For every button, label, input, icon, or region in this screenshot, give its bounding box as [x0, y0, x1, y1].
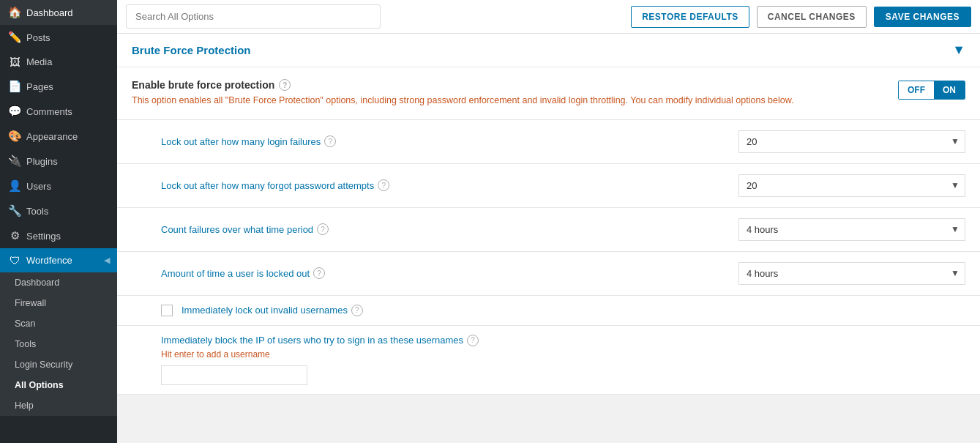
sidebar-item-label: Media: [26, 56, 52, 67]
option-label-lockout-time: Amount of time a user is locked out ?: [161, 267, 325, 279]
submenu-item-all-options[interactable]: All Options: [0, 375, 117, 395]
option-row-forgot-password: Lock out after how many forgot password …: [117, 164, 980, 208]
enable-text: Enable brute force protection ? This opt…: [132, 79, 883, 108]
username-input[interactable]: [161, 365, 307, 385]
sidebar-item-comments[interactable]: 💬 Comments: [0, 99, 117, 124]
sidebar-item-label: Settings: [26, 231, 61, 242]
wordfence-submenu: Dashboard Firewall Scan Tools Login Secu…: [0, 272, 117, 416]
select-wrapper-forgot-password: 20 ▼: [738, 174, 965, 197]
select-lockout-time[interactable]: 4 hours: [738, 262, 965, 285]
sidebar-item-label: Wordfence: [26, 255, 72, 266]
help-icon-count-period[interactable]: ?: [317, 223, 329, 235]
save-changes-button[interactable]: SAVE CHANGES: [874, 7, 971, 27]
submenu-item-tools[interactable]: Tools: [0, 334, 117, 354]
chevron-down-icon[interactable]: ▼: [952, 42, 965, 58]
sidebar-item-label: Tools: [26, 206, 48, 217]
section-title: Brute Force Protection: [132, 44, 251, 56]
restore-defaults-button[interactable]: RESTORE DEFAULTS: [631, 6, 749, 28]
option-label-login-failures: Lock out after how many login failures ?: [161, 135, 336, 147]
sidebar-item-plugins[interactable]: 🔌 Plugins: [0, 149, 117, 174]
submenu-item-login-security[interactable]: Login Security: [0, 354, 117, 375]
section-header: Brute Force Protection ▼: [117, 34, 980, 67]
option-row-login-failures: Lock out after how many login failures ?…: [117, 120, 980, 164]
help-icon-block-usernames[interactable]: ?: [467, 335, 479, 346]
pages-icon: 📄: [7, 80, 22, 93]
submenu-item-firewall[interactable]: Firewall: [0, 293, 117, 313]
select-count-period[interactable]: 4 hours: [738, 218, 965, 241]
topbar: RESTORE DEFAULTS CANCEL CHANGES SAVE CHA…: [117, 0, 980, 34]
username-row: Immediately block the IP of users who tr…: [117, 326, 980, 395]
plugins-icon: 🔌: [7, 155, 22, 168]
content-area: Brute Force Protection ▼ Enable brute fo…: [117, 34, 980, 443]
option-label-count-period: Count failures over what time period ?: [161, 223, 329, 235]
help-icon-login-failures[interactable]: ?: [324, 135, 336, 147]
dashboard-icon: 🏠: [7, 6, 22, 19]
users-icon: 👤: [7, 179, 22, 193]
checkbox-row-invalid-usernames: Immediately lock out invalid usernames ?: [117, 296, 980, 326]
tools-icon: 🔧: [7, 204, 22, 217]
sidebar-item-label: Posts: [26, 32, 51, 43]
cancel-changes-button[interactable]: CANCEL CHANGES: [757, 6, 867, 28]
help-icon-forgot-password[interactable]: ?: [378, 179, 389, 191]
sidebar-item-label: Appearance: [26, 131, 78, 142]
sidebar-item-users[interactable]: 👤 Users: [0, 174, 117, 198]
enable-label: Enable brute force protection ?: [132, 79, 883, 91]
settings-icon: ⚙: [7, 229, 22, 242]
submenu-item-dashboard[interactable]: Dashboard: [0, 272, 117, 293]
media-icon: 🖼: [7, 56, 22, 68]
submenu-item-scan[interactable]: Scan: [0, 313, 117, 334]
comments-icon: 💬: [7, 105, 22, 118]
enable-row: Enable brute force protection ? This opt…: [117, 67, 980, 120]
sidebar-item-wordfence[interactable]: 🛡 Wordfence ◀: [0, 248, 117, 272]
help-icon-invalid-usernames[interactable]: ?: [351, 305, 363, 316]
option-row-lockout-time: Amount of time a user is locked out ? 4 …: [117, 252, 980, 296]
select-login-failures[interactable]: 20: [738, 130, 965, 153]
toggle-group: OFF ON: [898, 81, 965, 100]
toggle-off-button[interactable]: OFF: [899, 81, 934, 99]
wordfence-icon: 🛡: [7, 254, 22, 267]
option-label-forgot-password: Lock out after how many forgot password …: [161, 179, 389, 191]
sidebar-item-settings[interactable]: ⚙ Settings: [0, 223, 117, 248]
option-row-count-period: Count failures over what time period ? 4…: [117, 208, 980, 252]
search-input[interactable]: [126, 4, 381, 29]
sidebar-item-posts[interactable]: ✏️ Posts: [0, 25, 117, 50]
sidebar-item-appearance[interactable]: 🎨 Appearance: [0, 124, 117, 149]
username-label: Immediately block the IP of users who tr…: [161, 335, 965, 346]
submenu-item-help[interactable]: Help: [0, 395, 117, 416]
sidebar-item-label: Plugins: [26, 156, 58, 167]
sidebar-item-dashboard[interactable]: 🏠 Dashboard: [0, 0, 117, 25]
username-hint: Hit enter to add a username: [161, 349, 965, 360]
select-wrapper-lockout-time: 4 hours ▼: [738, 262, 965, 285]
sidebar-item-pages[interactable]: 📄 Pages: [0, 74, 117, 99]
sidebar-item-label: Comments: [26, 106, 72, 117]
sidebar-item-tools[interactable]: 🔧 Tools: [0, 198, 117, 223]
sidebar: 🏠 Dashboard ✏️ Posts 🖼 Media 📄 Pages 💬 C…: [0, 0, 117, 443]
enable-help-icon[interactable]: ?: [279, 79, 291, 91]
sidebar-item-label: Users: [26, 181, 51, 192]
sidebar-item-label: Pages: [26, 81, 53, 92]
posts-icon: ✏️: [7, 31, 22, 44]
sidebar-item-media[interactable]: 🖼 Media: [0, 50, 117, 74]
select-forgot-password[interactable]: 20: [738, 174, 965, 197]
wordfence-active-indicator: ◀: [104, 256, 110, 265]
select-wrapper-count-period: 4 hours ▼: [738, 218, 965, 241]
appearance-icon: 🎨: [7, 130, 22, 143]
checkbox-invalid-usernames[interactable]: [161, 305, 173, 316]
select-wrapper-login-failures: 20 ▼: [738, 130, 965, 153]
sidebar-item-label: Dashboard: [26, 7, 73, 18]
enable-description: This option enables all "Brute Force Pro…: [132, 94, 883, 108]
main-area: RESTORE DEFAULTS CANCEL CHANGES SAVE CHA…: [117, 0, 980, 443]
toggle-on-button[interactable]: ON: [934, 81, 965, 99]
help-icon-lockout-time[interactable]: ?: [313, 267, 325, 279]
checkbox-label-invalid-usernames: Immediately lock out invalid usernames ?: [182, 305, 363, 316]
